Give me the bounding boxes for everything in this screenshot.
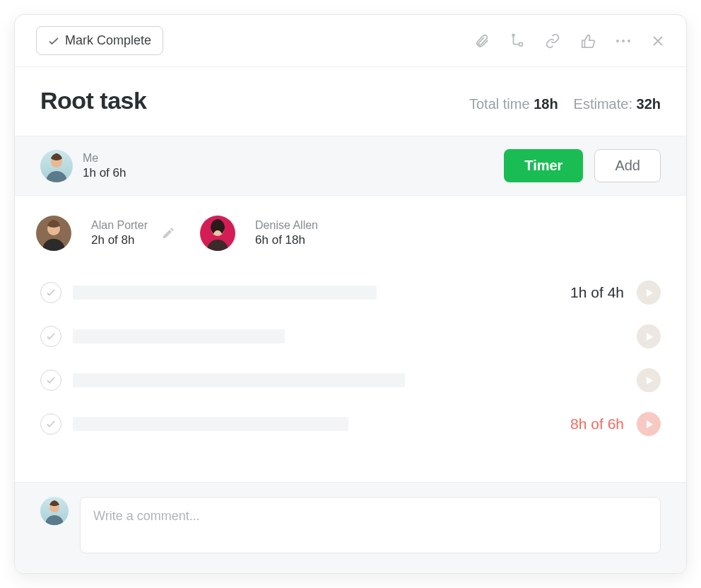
current-user-time: 1h of 6h bbox=[83, 166, 126, 180]
play-button[interactable] bbox=[637, 324, 661, 348]
assignee-time: 2h of 8h bbox=[91, 233, 148, 247]
estimate-label: Estimate: bbox=[574, 96, 632, 112]
play-button[interactable] bbox=[637, 368, 661, 392]
like-icon[interactable] bbox=[580, 33, 596, 49]
total-time: Total time 18h bbox=[469, 96, 558, 112]
title-stats: Total time 18h Estimate: 32h bbox=[469, 96, 661, 112]
toolbar-icons bbox=[474, 33, 665, 49]
avatar bbox=[200, 216, 235, 251]
comment-input[interactable] bbox=[80, 497, 661, 553]
subtask-title-placeholder bbox=[73, 329, 285, 343]
current-user-row: Me 1h of 6h Timer Add bbox=[15, 136, 686, 196]
avatar bbox=[40, 150, 73, 182]
avatar bbox=[36, 216, 71, 251]
assignee-name: Denise Allen bbox=[255, 219, 318, 232]
total-time-label: Total time bbox=[469, 96, 530, 112]
subtask-title-placeholder bbox=[73, 373, 405, 387]
page-title: Root task bbox=[40, 87, 146, 114]
assignee-name: Alan Porter bbox=[91, 219, 148, 232]
current-user-name: Me bbox=[83, 152, 126, 165]
subtask-time: 1h of 4h bbox=[570, 284, 637, 301]
assignee-text: Denise Allen 6h of 18h bbox=[255, 219, 318, 247]
current-user-text: Me 1h of 6h bbox=[83, 152, 126, 180]
complete-checkbox[interactable] bbox=[40, 326, 61, 347]
toolbar: Mark Complete bbox=[15, 15, 686, 67]
subtask-row bbox=[40, 358, 661, 402]
estimate-value: 32h bbox=[637, 96, 661, 112]
edit-icon[interactable] bbox=[162, 227, 175, 240]
complete-checkbox[interactable] bbox=[40, 413, 61, 435]
task-detail-panel: Mark Complete Root task bbox=[14, 14, 687, 574]
more-icon[interactable] bbox=[615, 33, 631, 49]
title-row: Root task Total time 18h Estimate: 32h bbox=[15, 67, 686, 136]
svg-rect-1 bbox=[519, 42, 523, 46]
assignee: Denise Allen 6h of 18h bbox=[200, 216, 318, 251]
timer-button[interactable]: Timer bbox=[504, 149, 583, 182]
assignees-row: Alan Porter 2h of 8h Denise Allen 6h of … bbox=[15, 196, 686, 271]
total-time-value: 18h bbox=[534, 96, 558, 112]
estimate: Estimate: 32h bbox=[574, 96, 661, 112]
subtask-row: 8h of 6h bbox=[40, 402, 661, 446]
comment-area bbox=[15, 482, 686, 573]
add-button[interactable]: Add bbox=[594, 149, 661, 182]
attachment-icon[interactable] bbox=[474, 33, 490, 49]
play-button[interactable] bbox=[637, 412, 661, 436]
subtask-time: 8h of 6h bbox=[570, 416, 637, 433]
current-user-actions: Timer Add bbox=[504, 149, 661, 182]
assignee: Alan Porter 2h of 8h bbox=[36, 216, 175, 251]
subtask-row bbox=[40, 314, 661, 358]
assignee-text: Alan Porter 2h of 8h bbox=[91, 219, 148, 247]
mark-complete-button[interactable]: Mark Complete bbox=[36, 26, 163, 55]
subtasks-list: 1h of 4h8h of 6h bbox=[15, 271, 686, 460]
subtasks-icon[interactable] bbox=[509, 33, 525, 49]
mark-complete-label: Mark Complete bbox=[65, 33, 151, 48]
assignee-time: 6h of 18h bbox=[255, 233, 318, 247]
complete-checkbox[interactable] bbox=[40, 282, 61, 303]
complete-checkbox[interactable] bbox=[40, 370, 61, 391]
close-icon[interactable] bbox=[651, 34, 665, 48]
svg-point-0 bbox=[512, 34, 514, 36]
subtask-row: 1h of 4h bbox=[40, 271, 661, 314]
avatar bbox=[40, 497, 69, 525]
subtask-title-placeholder bbox=[73, 286, 377, 300]
link-icon[interactable] bbox=[545, 33, 560, 49]
check-icon bbox=[48, 35, 59, 47]
subtask-title-placeholder bbox=[73, 417, 348, 431]
play-button[interactable] bbox=[637, 281, 661, 305]
